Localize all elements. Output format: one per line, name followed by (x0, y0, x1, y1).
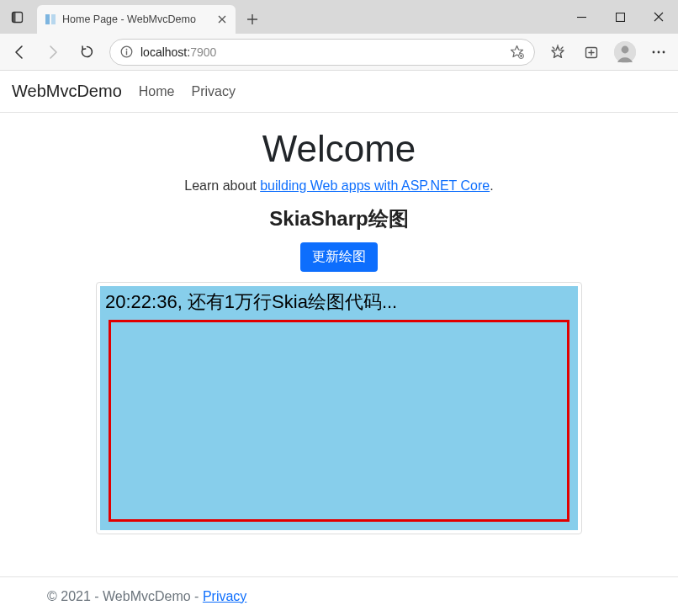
svg-rect-2 (45, 14, 50, 24)
page-viewport: WebMvcDemo Home Privacy Welcome Learn ab… (0, 71, 678, 616)
svg-point-11 (622, 45, 629, 53)
site-footer: © 2021 - WebMvcDemo - Privacy (0, 576, 678, 616)
svg-rect-1 (12, 12, 15, 22)
main-content: Welcome Learn about building Web apps wi… (0, 113, 678, 576)
browser-tab[interactable]: Home Page - WebMvcDemo (37, 5, 236, 34)
site-info-icon[interactable] (119, 45, 134, 58)
canvas-caption: 20:22:36, 还有1万行Skia绘图代码... (105, 289, 397, 315)
collections-icon[interactable] (575, 37, 607, 67)
tab-actions-icon[interactable] (0, 0, 34, 34)
refresh-drawing-button[interactable]: 更新绘图 (300, 242, 378, 272)
new-tab-button[interactable] (239, 5, 266, 34)
minimize-button[interactable] (562, 3, 601, 30)
skia-canvas: 20:22:36, 还有1万行Skia绘图代码... (100, 286, 578, 530)
tab-favicon-icon (44, 13, 57, 26)
profile-avatar-icon (614, 41, 636, 63)
window-controls (562, 0, 678, 34)
svg-rect-3 (51, 14, 56, 24)
window-titlebar: Home Page - WebMvcDemo (0, 0, 678, 34)
svg-point-13 (658, 50, 660, 53)
tab-title: Home Page - WebMvcDemo (62, 13, 210, 25)
site-navbar: WebMvcDemo Home Privacy (0, 71, 678, 113)
menu-button[interactable] (643, 37, 675, 67)
refresh-button[interactable] (71, 37, 103, 67)
learn-link[interactable]: building Web apps with ASP.NET Core (260, 178, 490, 193)
welcome-heading: Welcome (262, 128, 416, 170)
address-bar[interactable]: localhost:7900 (109, 39, 535, 66)
footer-text: © 2021 - WebMvcDemo - (47, 589, 203, 603)
nav-home[interactable]: Home (139, 84, 175, 99)
window-close-button[interactable] (639, 3, 678, 30)
brand-link[interactable]: WebMvcDemo (12, 82, 122, 101)
browser-toolbar: localhost:7900 (0, 34, 678, 71)
svg-rect-4 (616, 13, 624, 21)
svg-point-14 (663, 50, 665, 53)
address-host: localhost:7900 (140, 45, 216, 59)
learn-text: Learn about building Web apps with ASP.N… (184, 178, 493, 194)
back-button[interactable] (3, 37, 35, 67)
tab-close-icon[interactable] (215, 13, 229, 26)
svg-rect-7 (125, 50, 126, 55)
canvas-panel: 20:22:36, 还有1万行Skia绘图代码... (96, 282, 582, 534)
svg-point-12 (653, 50, 655, 53)
profile-button[interactable] (609, 37, 641, 67)
canvas-rect (109, 320, 569, 522)
nav-privacy[interactable]: Privacy (191, 84, 235, 99)
favorite-icon[interactable] (507, 45, 526, 59)
svg-point-6 (125, 49, 127, 50)
forward-button[interactable] (37, 37, 69, 67)
favorites-icon[interactable] (542, 37, 574, 67)
maximize-button[interactable] (601, 3, 639, 30)
skia-heading: SkiaSharp绘图 (269, 205, 408, 232)
footer-privacy-link[interactable]: Privacy (203, 589, 246, 603)
